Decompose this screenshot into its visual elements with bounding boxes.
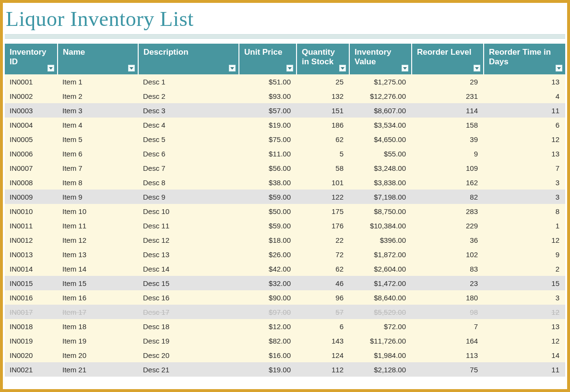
table-row[interactable]: IN0002Item 2Desc 2$93.00132$12,276.00231… — [5, 89, 565, 103]
cell-qty[interactable]: 96 — [297, 290, 349, 305]
cell-id[interactable]: IN0012 — [5, 233, 58, 247]
filter-dropdown-icon[interactable] — [402, 65, 408, 71]
cell-name[interactable]: Item 15 — [58, 276, 138, 290]
filter-dropdown-icon[interactable] — [229, 65, 236, 71]
cell-qty[interactable]: 5 — [297, 146, 349, 161]
cell-price[interactable]: $90.00 — [239, 290, 297, 305]
cell-price[interactable]: $42.00 — [239, 261, 297, 276]
cell-price[interactable]: $59.00 — [239, 218, 297, 233]
cell-days[interactable]: 11 — [484, 362, 565, 377]
cell-days[interactable]: 12 — [484, 333, 565, 348]
table-row[interactable]: IN0012Item 12Desc 12$18.0022$396.003612 — [5, 233, 565, 247]
cell-days[interactable]: 6 — [484, 118, 565, 132]
cell-id[interactable]: IN0017 — [5, 305, 58, 319]
cell-id[interactable]: IN0002 — [5, 89, 58, 103]
cell-value[interactable]: $7,198.00 — [349, 190, 412, 204]
cell-qty[interactable]: 46 — [297, 276, 349, 290]
filter-dropdown-icon[interactable] — [339, 65, 346, 71]
table-row[interactable]: IN0009Item 9Desc 9$59.00122$7,198.00823 — [5, 190, 565, 204]
cell-qty[interactable]: 25 — [297, 74, 349, 89]
cell-id[interactable]: IN0011 — [5, 218, 58, 233]
cell-price[interactable]: $57.00 — [239, 103, 297, 118]
cell-id[interactable]: IN0008 — [5, 175, 58, 190]
cell-price[interactable]: $82.00 — [239, 333, 297, 348]
table-row[interactable]: IN0008Item 8Desc 8$38.00101$3,838.001623 — [5, 175, 565, 190]
cell-reorder[interactable]: 82 — [412, 190, 484, 204]
cell-value[interactable]: $5,529.00 — [349, 305, 412, 319]
cell-qty[interactable]: 132 — [297, 89, 349, 103]
cell-reorder[interactable]: 229 — [412, 218, 484, 233]
cell-name[interactable]: Item 7 — [58, 161, 138, 175]
cell-value[interactable]: $8,640.00 — [349, 290, 412, 305]
cell-desc[interactable]: Desc 10 — [138, 204, 239, 218]
cell-days[interactable]: 12 — [484, 305, 565, 319]
cell-reorder[interactable]: 75 — [412, 362, 484, 377]
cell-name[interactable]: Item 6 — [58, 146, 138, 161]
cell-price[interactable]: $11.00 — [239, 146, 297, 161]
cell-reorder[interactable]: 180 — [412, 290, 484, 305]
cell-reorder[interactable]: 102 — [412, 247, 484, 261]
cell-name[interactable]: Item 5 — [58, 132, 138, 146]
cell-id[interactable]: IN0018 — [5, 319, 58, 333]
cell-name[interactable]: Item 13 — [58, 247, 138, 261]
column-header-name[interactable]: Name — [58, 44, 138, 74]
cell-desc[interactable]: Desc 21 — [138, 362, 239, 377]
cell-name[interactable]: Item 19 — [58, 333, 138, 348]
cell-name[interactable]: Item 3 — [58, 103, 138, 118]
cell-reorder[interactable]: 7 — [412, 319, 484, 333]
cell-price[interactable]: $16.00 — [239, 348, 297, 362]
table-row[interactable]: IN0005Item 5Desc 5$75.0062$4,650.003912 — [5, 132, 565, 146]
cell-value[interactable]: $3,248.00 — [349, 161, 412, 175]
cell-qty[interactable]: 143 — [297, 333, 349, 348]
cell-price[interactable]: $38.00 — [239, 175, 297, 190]
cell-reorder[interactable]: 29 — [412, 74, 484, 89]
filter-dropdown-icon[interactable] — [556, 65, 562, 71]
cell-name[interactable]: Item 10 — [58, 204, 138, 218]
cell-price[interactable]: $59.00 — [239, 190, 297, 204]
column-header-desc[interactable]: Description — [138, 44, 239, 74]
cell-qty[interactable]: 176 — [297, 218, 349, 233]
cell-value[interactable]: $2,128.00 — [349, 362, 412, 377]
cell-reorder[interactable]: 9 — [412, 146, 484, 161]
cell-desc[interactable]: Desc 11 — [138, 218, 239, 233]
cell-days[interactable]: 9 — [484, 247, 565, 261]
cell-desc[interactable]: Desc 12 — [138, 233, 239, 247]
cell-days[interactable]: 13 — [484, 146, 565, 161]
cell-desc[interactable]: Desc 18 — [138, 319, 239, 333]
cell-qty[interactable]: 62 — [297, 261, 349, 276]
cell-qty[interactable]: 186 — [297, 118, 349, 132]
cell-value[interactable]: $8,607.00 — [349, 103, 412, 118]
cell-desc[interactable]: Desc 15 — [138, 276, 239, 290]
cell-id[interactable]: IN0009 — [5, 190, 58, 204]
cell-id[interactable]: IN0019 — [5, 333, 58, 348]
cell-qty[interactable]: 72 — [297, 247, 349, 261]
table-row[interactable]: IN0010Item 10Desc 10$50.00175$8,750.0028… — [5, 204, 565, 218]
cell-qty[interactable]: 58 — [297, 161, 349, 175]
cell-name[interactable]: Item 20 — [58, 348, 138, 362]
cell-id[interactable]: IN0020 — [5, 348, 58, 362]
column-header-value[interactable]: Inventory Value — [349, 44, 412, 74]
cell-desc[interactable]: Desc 8 — [138, 175, 239, 190]
cell-id[interactable]: IN0007 — [5, 161, 58, 175]
cell-days[interactable]: 15 — [484, 276, 565, 290]
column-header-price[interactable]: Unit Price — [239, 44, 297, 74]
cell-reorder[interactable]: 231 — [412, 89, 484, 103]
table-row[interactable]: IN0015Item 15Desc 15$32.0046$1,472.00231… — [5, 276, 565, 290]
cell-value[interactable]: $10,384.00 — [349, 218, 412, 233]
cell-reorder[interactable]: 158 — [412, 118, 484, 132]
table-row[interactable]: IN0013Item 13Desc 13$26.0072$1,872.00102… — [5, 247, 565, 261]
cell-value[interactable]: $12,276.00 — [349, 89, 412, 103]
cell-reorder[interactable]: 114 — [412, 103, 484, 118]
cell-qty[interactable]: 112 — [297, 362, 349, 377]
cell-name[interactable]: Item 16 — [58, 290, 138, 305]
cell-reorder[interactable]: 36 — [412, 233, 484, 247]
cell-reorder[interactable]: 98 — [412, 305, 484, 319]
cell-desc[interactable]: Desc 13 — [138, 247, 239, 261]
cell-reorder[interactable]: 283 — [412, 204, 484, 218]
cell-value[interactable]: $1,872.00 — [349, 247, 412, 261]
cell-days[interactable]: 14 — [484, 348, 565, 362]
cell-price[interactable]: $56.00 — [239, 161, 297, 175]
cell-name[interactable]: Item 9 — [58, 190, 138, 204]
cell-id[interactable]: IN0004 — [5, 118, 58, 132]
cell-value[interactable]: $1,275.00 — [349, 74, 412, 89]
